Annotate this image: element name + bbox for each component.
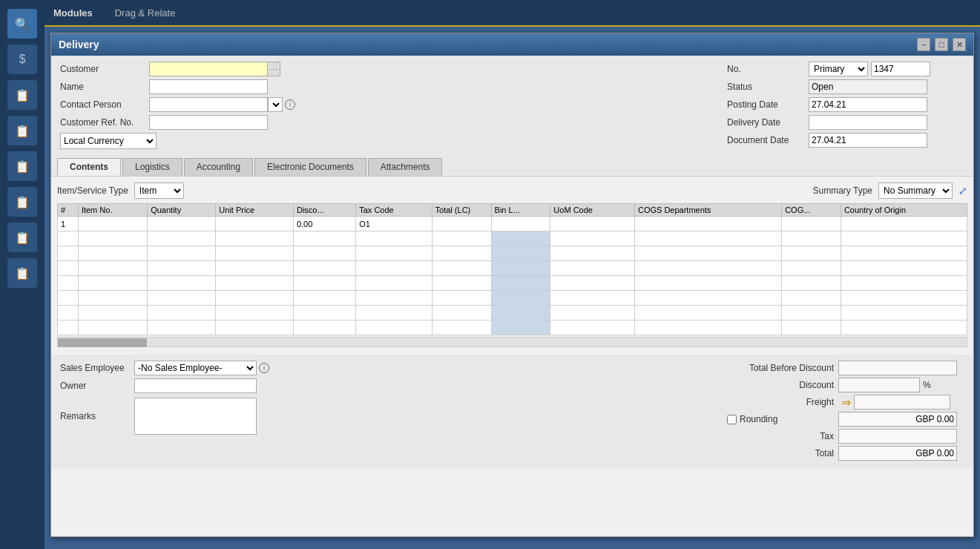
cell-tax-code[interactable] [356,306,432,320]
no-input[interactable] [871,62,930,76]
cell-uom-code[interactable] [550,217,635,231]
cell-cog[interactable] [782,246,841,261]
cell-uom-code[interactable] [550,231,635,246]
horizontal-scrollbar[interactable] [57,337,967,347]
cell-cogs-dept[interactable] [634,320,781,335]
sidebar-icon-doc3[interactable]: 📋 [7,151,37,181]
cell-country-origin[interactable] [841,261,967,276]
cell-item-no[interactable] [78,320,147,335]
cell-quantity[interactable] [148,231,216,246]
summary-type-select[interactable]: No Summary By Items [878,183,953,199]
contact-person-input[interactable] [149,97,268,112]
cell-cogs-dept[interactable] [634,231,781,246]
cell-discount[interactable] [293,276,355,291]
cell-country-origin[interactable] [841,320,967,335]
cell-cogs-dept[interactable] [634,291,781,306]
customer-search-icon[interactable]: ⋯ [267,62,280,76]
sidebar-icon-doc1[interactable]: 📋 [7,80,37,110]
cell-bin-l[interactable] [491,231,550,246]
cell-unit-price[interactable] [216,246,294,261]
cell-uom-code[interactable] [550,291,635,306]
discount-input[interactable] [838,378,920,392]
cell-country-origin[interactable] [841,276,967,291]
cell-cog[interactable] [782,306,841,320]
cell-unit-price[interactable] [216,217,294,231]
cell-uom-code[interactable] [550,276,635,291]
cell-item-no[interactable] [78,246,147,261]
customer-ref-input[interactable] [149,115,268,130]
cell-tax-code[interactable] [356,276,432,291]
minimize-button[interactable]: − [917,38,930,51]
cell-cogs-dept[interactable] [634,246,781,261]
cell-bin-l[interactable] [491,217,550,231]
cell-country-origin[interactable] [841,231,967,246]
document-date-input[interactable] [809,133,927,148]
name-input[interactable] [149,79,268,94]
expand-table-icon[interactable]: ⤢ [958,185,967,197]
cell-total-lc[interactable] [432,231,491,246]
sidebar-icon-dollar[interactable]: $ [7,45,37,74]
cell-discount[interactable] [293,306,355,320]
cell-unit-price[interactable] [216,261,294,276]
cell-cog[interactable] [782,217,841,231]
cell-tax-code[interactable] [356,291,432,306]
cell-quantity[interactable] [148,217,216,231]
cell-tax-code[interactable] [356,231,432,246]
cell-tax-code[interactable] [356,261,432,276]
cell-total-lc[interactable] [432,261,491,276]
owner-input[interactable] [134,378,257,393]
sidebar-icon-search[interactable]: 🔍 [7,9,37,39]
contact-person-info-icon[interactable]: i [285,99,295,110]
cell-total-lc[interactable] [432,276,491,291]
sales-employee-info-icon[interactable]: i [259,363,269,373]
cell-quantity[interactable] [148,320,216,335]
cell-uom-code[interactable] [550,246,635,261]
cell-discount[interactable] [293,246,355,261]
tab-electronic-documents[interactable]: Electronic Documents [254,158,366,176]
cell-item-no[interactable] [78,291,147,306]
cell-item-no[interactable] [78,231,147,246]
cell-bin-l[interactable] [491,291,550,306]
close-button[interactable]: ✕ [953,38,966,51]
cell-discount[interactable] [293,231,355,246]
cell-cogs-dept[interactable] [634,217,781,231]
sidebar-icon-doc5[interactable]: 📋 [7,223,37,252]
cell-country-origin[interactable] [841,246,967,261]
currency-select[interactable]: Local Currency [60,133,157,149]
cell-bin-l[interactable] [491,306,550,320]
tab-contents[interactable]: Contents [57,158,121,176]
no-type-select[interactable]: Primary [809,62,868,76]
cell-quantity[interactable] [148,291,216,306]
cell-quantity[interactable] [148,246,216,261]
tab-attachments[interactable]: Attachments [368,158,443,176]
delivery-date-input[interactable] [809,115,927,130]
cell-cogs-dept[interactable] [634,306,781,320]
cell-discount[interactable] [293,320,355,335]
cell-quantity[interactable] [148,306,216,320]
cell-total-lc[interactable] [432,320,491,335]
posting-date-input[interactable] [809,97,927,112]
remarks-textarea[interactable] [134,398,257,435]
cell-unit-price[interactable] [216,306,294,320]
cell-total-lc[interactable] [432,246,491,261]
cell-bin-l[interactable] [491,261,550,276]
tab-accounting[interactable]: Accounting [184,158,253,176]
cell-bin-l[interactable] [491,276,550,291]
cell-discount[interactable] [293,261,355,276]
sidebar-icon-doc4[interactable]: 📋 [7,187,37,217]
cell-total-lc[interactable] [432,306,491,320]
cell-uom-code[interactable] [550,306,635,320]
cell-unit-price[interactable] [216,276,294,291]
cell-item-no[interactable] [78,276,147,291]
cell-item-no[interactable] [78,217,147,231]
cell-total-lc[interactable] [432,217,491,231]
customer-input[interactable] [149,62,268,76]
cell-unit-price[interactable] [216,320,294,335]
freight-input[interactable] [854,395,950,410]
cell-unit-price[interactable] [216,291,294,306]
maximize-button[interactable]: □ [935,38,948,51]
cell-cog[interactable] [782,261,841,276]
cell-discount[interactable] [293,291,355,306]
rounding-checkbox[interactable] [727,415,737,424]
cell-uom-code[interactable] [550,261,635,276]
